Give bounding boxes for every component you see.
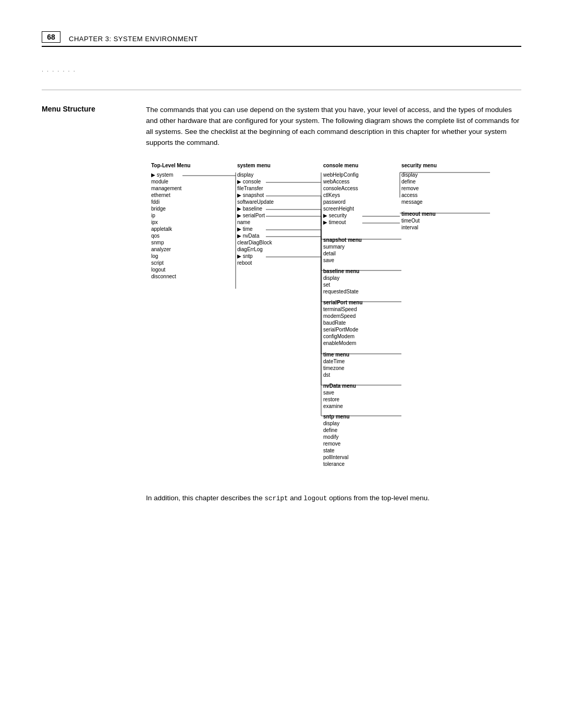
security-menu-header: security menu	[401, 163, 437, 168]
cm-screenheight: screenHeight	[323, 206, 354, 212]
secm-remove: remove	[401, 186, 419, 191]
sm-cleardiag: clearDiagBlock	[237, 240, 273, 245]
footer-code1: script	[264, 495, 288, 502]
sm-sntp: ▶ sntp	[237, 253, 253, 259]
sm-reboot: reboot	[237, 260, 252, 266]
tm-datetime: dateTime	[323, 359, 345, 364]
tout-interval: interval	[401, 225, 418, 230]
sp-baudrate: baudRate	[323, 320, 346, 326]
tl-disconnect: disconnect	[151, 274, 176, 279]
tl-ipx: ipx	[151, 219, 158, 225]
snap-detail: detail	[323, 251, 336, 256]
top-level-menu-header: Top-Level Menu	[151, 163, 190, 168]
chapter-title: Chapter 3: System Environment	[69, 35, 198, 43]
sp-modemspeed: modemSpeed	[323, 313, 356, 319]
tl-bridge: bridge	[151, 206, 166, 212]
sntp-display: display	[323, 421, 339, 426]
sntp-pollinterval: pollInterval	[323, 454, 348, 460]
sm-time: ▶ time	[237, 226, 253, 232]
tl-system: ▶ system	[151, 172, 173, 178]
tl-appletalk: appletalk	[151, 226, 173, 232]
section-title: Menu Structure	[42, 105, 125, 504]
tl-fddi: fddi	[151, 199, 160, 205]
tl-ethernet: ethernet	[151, 192, 170, 198]
cm-ctlkeys: ctlKeys	[323, 192, 340, 198]
snapshotmenu-header: snapshot menu	[323, 237, 362, 243]
footer-text: In addition, this chapter describes the …	[146, 492, 521, 504]
nv-restore: restore	[323, 397, 340, 402]
nvdatamenu-header: nvData menu	[323, 383, 356, 389]
tl-script: script	[151, 260, 164, 266]
cm-webaccess: webAccess	[323, 179, 350, 184]
cm-consoleaccess: consoleAccess	[323, 186, 358, 191]
nv-examine: examine	[323, 403, 343, 409]
sntp-tolerance: tolerance	[323, 461, 345, 467]
cm-security: ▶ security	[323, 213, 347, 218]
sm-snapshot: ▶ snapshot	[237, 192, 264, 198]
section-body-text: The commands that you can use depend on …	[146, 105, 521, 149]
sm-diagerrlog: diagErrLog	[237, 246, 263, 252]
footer-prefix: In addition, this chapter describes the	[146, 494, 264, 502]
sntp-modify: modify	[323, 434, 338, 440]
tl-ip: ip	[151, 213, 155, 218]
sm-serialport: ▶ serialPort	[237, 213, 265, 218]
tm-timezone: timezone	[323, 365, 345, 371]
secm-define: define	[401, 179, 416, 184]
tm-dst: dst	[323, 372, 331, 378]
diagram-svg: Top-Level Menu system menu console menu …	[146, 161, 490, 474]
tl-qos: qos	[151, 233, 160, 239]
secm-display: display	[401, 172, 418, 178]
toutmenu-header: timeout menu	[401, 211, 436, 217]
section-divider	[42, 90, 521, 90]
sp-configmodem: configModem	[323, 334, 354, 339]
sm-baseline: ▶ baseline	[237, 206, 262, 212]
nv-save: save	[323, 390, 335, 396]
base-display: display	[323, 275, 339, 281]
sm-name: name	[237, 219, 250, 225]
sm-filetransfer: fileTransfer	[237, 186, 263, 191]
section-body: The commands that you can use depend on …	[146, 105, 521, 504]
sm-console: ▶ console	[237, 179, 261, 184]
tl-module: module	[151, 179, 168, 184]
snap-save: save	[323, 257, 335, 263]
sm-display: display	[237, 172, 253, 178]
dots-decoration	[42, 68, 521, 74]
sp-serialportmode: serialPortMode	[323, 327, 359, 332]
tl-analyzer: analyzer	[151, 246, 171, 252]
timemenu-header: time menu	[323, 352, 349, 357]
tl-snmp: snmp	[151, 240, 164, 245]
system-menu-header: system menu	[237, 163, 271, 168]
footer-code2: logout	[303, 495, 327, 502]
tl-log: log	[151, 253, 158, 259]
cm-timeout: ▶ timeout	[323, 219, 346, 225]
sm-nvdata: ▶ nvData	[237, 233, 260, 239]
menu-diagram: Top-Level Menu system menu console menu …	[146, 161, 521, 474]
baselinemenu-header: baseline menu	[323, 268, 359, 274]
page-number: 68	[42, 31, 60, 43]
cm-password: password	[323, 199, 346, 205]
secm-access: access	[401, 192, 418, 198]
serialportmenu-header: serialPort menu	[323, 300, 363, 305]
tl-management: management	[151, 186, 182, 191]
cm-webhelpconfig: webHelpConfig	[323, 172, 359, 178]
menu-structure-section: Menu Structure The commands that you can…	[42, 105, 521, 504]
snap-summary: summary	[323, 244, 345, 250]
page-header: 68 Chapter 3: System Environment	[42, 31, 521, 47]
sp-terminalspeed: terminalSpeed	[323, 306, 357, 312]
sntp-define: define	[323, 427, 338, 433]
page: 68 Chapter 3: System Environment Menu St…	[0, 0, 563, 728]
sp-enablemodem: enableModem	[323, 340, 356, 346]
sntp-state: state	[323, 448, 335, 453]
base-set: set	[323, 282, 331, 288]
console-menu-header: console menu	[323, 163, 358, 168]
secm-message: message	[401, 199, 423, 205]
tout-timeout: timeOut	[401, 218, 420, 224]
footer-suffix: options from the top-level menu.	[327, 494, 430, 502]
tl-logout: logout	[151, 267, 165, 273]
footer-middle: and	[288, 494, 303, 502]
base-requestedstate: requestedState	[323, 289, 359, 294]
sntp-remove: remove	[323, 441, 341, 447]
sm-softwareupdate: softwareUpdate	[237, 199, 274, 205]
sntpmenu-header: sntp menu	[323, 414, 350, 419]
